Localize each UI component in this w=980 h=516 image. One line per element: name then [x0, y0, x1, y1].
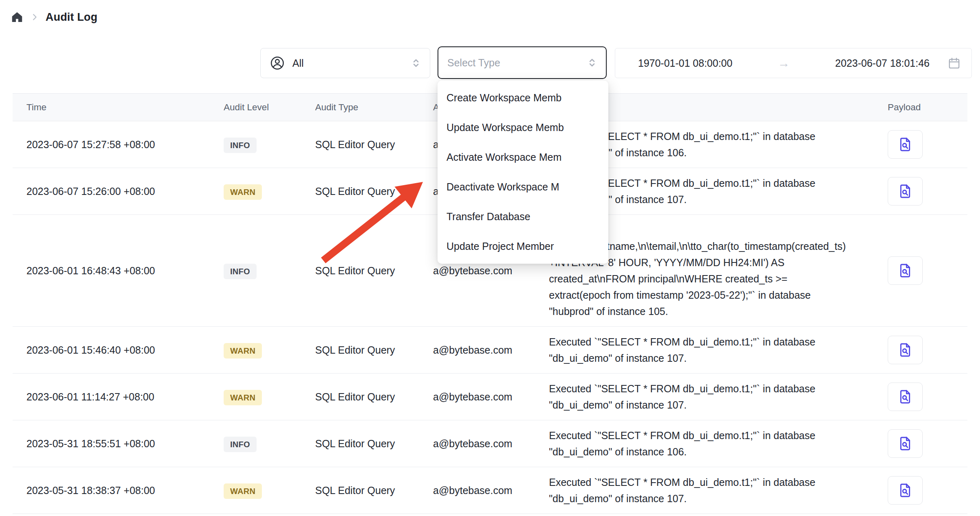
table-row: 2023-05-31 18:55:51 +08:00INFOSQL Editor…: [13, 420, 967, 467]
audit-level-badge: INFO: [224, 138, 257, 153]
payload-view-button[interactable]: [888, 256, 923, 285]
cell-audit-type: SQL Editor Query: [309, 121, 427, 168]
date-range-end: 2023-06-07 18:01:46: [835, 57, 930, 69]
select-chevrons-icon: [411, 57, 421, 69]
cell-audit-type: SQL Editor Query: [309, 374, 427, 420]
cell-comment: Executed `"SELECT * FROM db_ui_demo.t1;"…: [543, 374, 882, 420]
chevron-right-icon: [30, 13, 39, 22]
cell-comment: Executed `"SELECT * FROM db_ui_demo.t1;"…: [543, 467, 882, 514]
table-row: 2023-05-31 18:38:37 +08:00WARNSQL Editor…: [13, 467, 967, 514]
cell-audit-level: WARN: [218, 467, 309, 514]
cell-comment: Executed `"SELECT * FROM db_ui_demo.t1;"…: [543, 420, 882, 467]
home-icon[interactable]: [11, 11, 24, 24]
cell-actor: a@bytebase.com: [427, 374, 543, 420]
cell-time: 2023-06-07 15:27:58 +08:00: [13, 121, 218, 168]
file-search-icon: [897, 183, 913, 199]
table-row: 2023-06-01 15:46:40 +08:00WARNSQL Editor…: [13, 327, 967, 374]
file-search-icon: [897, 435, 913, 452]
audit-level-badge: INFO: [224, 264, 257, 279]
cell-audit-level: INFO: [218, 121, 309, 168]
cell-payload: [882, 374, 967, 420]
payload-view-button[interactable]: [888, 476, 923, 505]
page-title: Audit Log: [46, 11, 98, 24]
calendar-icon: [947, 57, 961, 70]
table-row: 2023-06-01 11:14:27 +08:00WARNSQL Editor…: [13, 374, 967, 420]
type-filter-placeholder: Select Type: [447, 57, 500, 69]
actor-filter-select[interactable]: All: [260, 48, 430, 78]
cell-time: 2023-06-01 11:14:27 +08:00: [13, 374, 218, 420]
audit-level-badge: WARN: [224, 343, 262, 359]
payload-view-button[interactable]: [888, 429, 923, 458]
audit-level-badge: WARN: [224, 390, 262, 405]
date-range-start: 1970-01-01 08:00:00: [638, 57, 732, 69]
file-search-icon: [897, 136, 913, 153]
type-dropdown-menu: Create Workspace MembUpdate Workspace Me…: [438, 81, 608, 264]
cell-time: 2023-05-31 18:38:37 +08:00: [13, 467, 218, 514]
payload-view-button[interactable]: [888, 130, 923, 159]
payload-view-button[interactable]: [888, 177, 923, 206]
cell-time: 2023-06-07 15:26:00 +08:00: [13, 168, 218, 215]
cell-audit-level: WARN: [218, 374, 309, 420]
cell-payload: [882, 467, 967, 514]
cell-payload: [882, 121, 967, 168]
dropdown-option[interactable]: Transfer Database: [438, 202, 608, 232]
column-header-payload: Payload: [882, 94, 967, 121]
type-filter-select[interactable]: Select Type: [438, 46, 607, 79]
audit-level-badge: WARN: [224, 483, 262, 499]
column-header-time: Time: [13, 94, 218, 121]
cell-actor: a@bytebase.com: [427, 420, 543, 467]
cell-payload: [882, 168, 967, 215]
column-header-audit-level: Audit Level: [218, 94, 309, 121]
cell-comment: Executed `"SELECT * FROM db_ui_demo.t1;"…: [543, 327, 882, 374]
cell-time: 2023-05-31 18:55:51 +08:00: [13, 420, 218, 467]
cell-audit-type: SQL Editor Query: [309, 327, 427, 374]
date-range-picker[interactable]: 1970-01-01 08:00:00 → 2023-06-07 18:01:4…: [615, 48, 972, 78]
file-search-icon: [897, 262, 913, 279]
audit-level-badge: INFO: [224, 437, 257, 452]
audit-level-badge: WARN: [224, 184, 262, 200]
actor-filter-value: All: [292, 57, 304, 69]
file-search-icon: [897, 482, 913, 499]
cell-audit-level: INFO: [218, 420, 309, 467]
cell-actor: a@bytebase.com: [427, 327, 543, 374]
cell-audit-level: INFO: [218, 215, 309, 327]
cell-payload: [882, 215, 967, 327]
cell-payload: [882, 327, 967, 374]
payload-view-button[interactable]: [888, 336, 923, 364]
cell-actor: a@bytebase.com: [427, 467, 543, 514]
select-chevrons-icon: [587, 57, 597, 69]
cell-audit-level: WARN: [218, 327, 309, 374]
arrow-right-icon: →: [778, 57, 790, 69]
cell-payload: [882, 420, 967, 467]
cell-audit-type: SQL Editor Query: [309, 215, 427, 327]
person-circle-icon: [270, 55, 285, 71]
file-search-icon: [897, 342, 913, 358]
dropdown-option[interactable]: Activate Workspace Mem: [438, 142, 608, 172]
cell-time: 2023-06-01 16:48:43 +08:00: [13, 215, 218, 327]
dropdown-option[interactable]: Deactivate Workspace M: [438, 172, 608, 202]
cell-audit-type: SQL Editor Query: [309, 168, 427, 215]
cell-audit-level: WARN: [218, 168, 309, 215]
file-search-icon: [897, 389, 913, 405]
cell-time: 2023-06-01 15:46:40 +08:00: [13, 327, 218, 374]
column-header-audit-type: Audit Type: [309, 94, 427, 121]
cell-audit-type: SQL Editor Query: [309, 420, 427, 467]
dropdown-option[interactable]: Update Workspace Memb: [438, 113, 608, 142]
breadcrumb: Audit Log: [11, 11, 98, 24]
dropdown-option[interactable]: Update Project Member: [438, 232, 608, 261]
payload-view-button[interactable]: [888, 383, 923, 411]
dropdown-option[interactable]: Create Workspace Memb: [438, 83, 608, 113]
cell-audit-type: SQL Editor Query: [309, 467, 427, 514]
